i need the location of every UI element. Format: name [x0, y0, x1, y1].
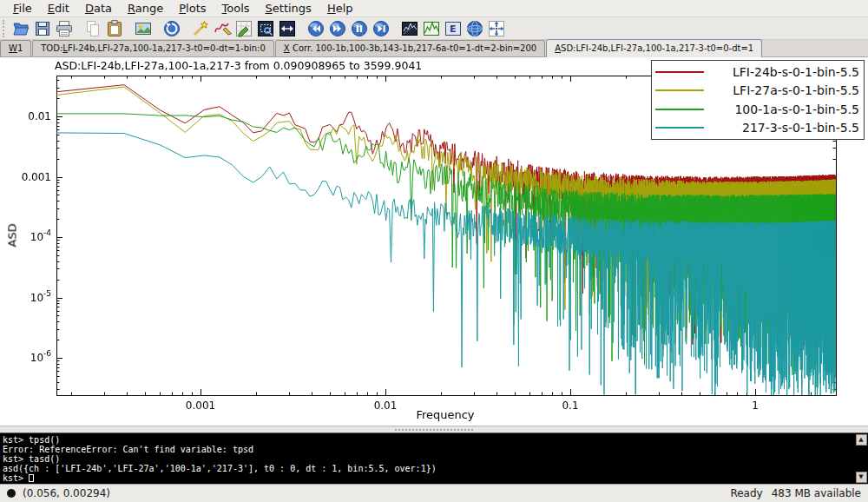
pane-splitter[interactable] [0, 426, 868, 433]
toolbar-group: E [398, 18, 507, 39]
console-line: kst> tasd() [3, 454, 854, 464]
plot-thumbnail-icon [400, 19, 419, 38]
legend-line-sample [655, 127, 704, 129]
legend-entry: LFI-24b-s-0-1-bin-5.5 [655, 63, 859, 81]
legend-entry: 100-1a-s-0-1-bin-5.5 [655, 100, 859, 118]
toolbar-group [189, 18, 298, 39]
scroll-down-icon[interactable]: ▼ [856, 472, 867, 483]
legend-line-sample [655, 71, 704, 73]
plot-green-button[interactable] [420, 18, 442, 39]
legend-entry: LFI-27a-s-0-1-bin-5.5 [655, 82, 859, 100]
toolbar: E [0, 17, 868, 40]
toolbar-grip[interactable] [3, 20, 6, 37]
export-image-button[interactable] [132, 18, 154, 39]
advance-button[interactable] [370, 18, 391, 39]
tab-1[interactable]: TOD:LFI-24b,LFI-27a,100-1a,217-3-t0=0-dt… [32, 40, 274, 56]
text-cursor [29, 474, 34, 482]
y-axis-label: ASD [6, 223, 19, 247]
open-button[interactable] [10, 18, 31, 39]
export-image-icon [134, 19, 153, 38]
plot-window: ASD:LFI-24b,LFI-27a,100-1a,217-3 from 0.… [0, 57, 868, 426]
cursor-coordinates: (0.056, 0.00294) [23, 487, 110, 499]
toolbar-group [132, 18, 154, 39]
menu-plots[interactable]: Plots [171, 1, 214, 16]
zoom-box-icon [256, 19, 275, 38]
tab-bar: W1TOD:LFI-24b,LFI-27a,100-1a,217-3-t0=0-… [0, 40, 868, 57]
kst-console[interactable]: kst> tpsd()Error: ReferenceError: Can't … [0, 433, 868, 484]
toolbar-group [305, 18, 391, 39]
data-wizard-button[interactable] [189, 18, 211, 39]
legend-label: LFI-24b-s-0-1-bin-5.5 [711, 65, 859, 79]
edit-layout-icon [234, 19, 253, 38]
paste-icon [105, 19, 124, 38]
status-indicator-icon [7, 489, 16, 498]
legend-line-sample [655, 109, 704, 110]
menu-tools[interactable]: Tools [214, 1, 258, 16]
equation-button[interactable]: E [442, 18, 464, 39]
plot-thumbnail-button[interactable] [398, 18, 420, 39]
x-axis-label: Frequency [393, 408, 497, 421]
legend-line-sample [655, 89, 704, 91]
tab-3-active[interactable]: ASD:LFI-24b,LFI-27a,100-1a,217-3-t0=0-dt… [546, 39, 762, 57]
plot-green-icon [422, 19, 441, 38]
menu-settings[interactable]: Settings [258, 1, 319, 16]
status-ready: Ready [730, 487, 762, 499]
menu-data[interactable]: Data [77, 1, 120, 16]
scroll-up-icon[interactable]: ▲ [856, 434, 867, 446]
menu-bar: FileEditDataRangePlotsToolsSettingsHelp [0, 0, 868, 17]
legend-label: 217-3-s-0-1-bin-5.5 [711, 121, 859, 135]
save-icon [33, 19, 52, 38]
menu-file[interactable]: File [5, 1, 40, 16]
copy-icon [83, 19, 102, 38]
shift-arrows-button[interactable] [485, 18, 507, 39]
paste-button[interactable] [103, 18, 125, 39]
shift-arrows-icon [487, 19, 506, 38]
open-icon [11, 19, 30, 38]
back-button[interactable] [305, 18, 326, 39]
pause-icon [350, 19, 369, 38]
print-icon [55, 19, 74, 38]
equation-icon: E [444, 19, 463, 38]
console-line: Error: ReferenceError: Can't find variab… [3, 445, 854, 454]
console-line: asd({ch : ['LFI-24b','LFI-27a','100-1a',… [3, 464, 854, 473]
legend-label: LFI-27a-s-0-1-bin-5.5 [711, 83, 859, 97]
console-prompt-line[interactable]: kst> [3, 473, 854, 483]
console-scrollbar[interactable]: ▲ ▼ [855, 434, 867, 483]
data-wizard-icon [191, 19, 210, 38]
zoom-x-button[interactable] [276, 18, 298, 39]
status-memory: 483 MB available [772, 487, 861, 499]
toolbar-group [161, 18, 182, 39]
reload-button[interactable] [161, 18, 182, 39]
forward-icon [328, 19, 347, 38]
save-button[interactable] [31, 18, 53, 39]
plot-legend[interactable]: LFI-24b-s-0-1-bin-5.5LFI-27a-s-0-1-bin-5… [651, 60, 865, 140]
copy-button[interactable] [82, 18, 103, 39]
toolbar-group [10, 18, 75, 39]
menu-range[interactable]: Range [120, 1, 171, 16]
back-icon [306, 19, 326, 38]
zoom-box-button[interactable] [254, 18, 276, 39]
svg-text:E: E [450, 23, 457, 35]
print-button[interactable] [53, 18, 75, 39]
menu-help[interactable]: Help [319, 1, 361, 16]
globe-button[interactable] [464, 18, 485, 39]
edit-vectors-button[interactable] [211, 18, 233, 39]
tab-0[interactable]: W1 [0, 40, 31, 56]
console-history: kst> tpsd()Error: ReferenceError: Can't … [3, 435, 854, 473]
pause-button[interactable] [348, 18, 370, 39]
forward-button[interactable] [326, 18, 348, 39]
legend-label: 100-1a-s-0-1-bin-5.5 [711, 102, 859, 116]
zoom-x-icon [278, 19, 297, 38]
edit-vectors-icon [213, 19, 232, 38]
splitter-grip-icon [395, 429, 473, 431]
legend-entry: 217-3-s-0-1-bin-5.5 [655, 119, 859, 137]
toolbar-group [82, 18, 125, 39]
advance-icon [372, 19, 391, 38]
globe-icon [465, 19, 484, 38]
reload-icon [162, 19, 181, 38]
plot-title: ASD:LFI-24b,LFI-27a,100-1a,217-3 from 0.… [55, 59, 422, 72]
console-line: kst> tpsd() [3, 435, 854, 445]
edit-layout-button[interactable] [233, 18, 254, 39]
menu-edit[interactable]: Edit [40, 1, 77, 16]
tab-2[interactable]: X Corr. 100-1b,100-3b,143-1b,217-6a-t0=1… [275, 40, 545, 56]
